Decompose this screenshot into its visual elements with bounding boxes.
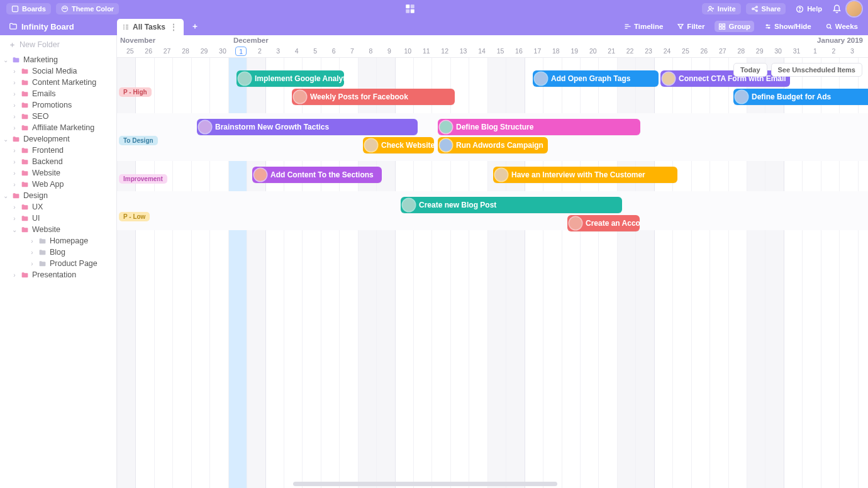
- task-check-website[interactable]: Check Website P...: [363, 137, 434, 153]
- task-define-budget[interactable]: Define Budget for Ads: [733, 89, 868, 105]
- avatar-icon: [294, 91, 306, 103]
- avatar-icon: [662, 72, 675, 85]
- tab-all-tasks[interactable]: All Tasks ⋮: [117, 19, 184, 35]
- filter-icon: [677, 23, 684, 30]
- tree-backend[interactable]: ›Backend: [9, 156, 116, 167]
- timeline-body: P - High To Design Improvement P - Low I…: [117, 58, 868, 488]
- task-implement-analytics[interactable]: Implement Google Analytics: [236, 70, 344, 87]
- group-icon: [718, 23, 726, 30]
- bell-icon[interactable]: [832, 4, 842, 14]
- task-add-content[interactable]: Add Content To the Sections: [252, 167, 382, 183]
- tree-ux[interactable]: ›UX: [9, 201, 116, 213]
- svg-point-13: [799, 10, 800, 11]
- subbar: Infinity Board All Tasks ⋮ Timeline Filt…: [0, 18, 868, 35]
- tree-webapp[interactable]: ›Web App: [9, 179, 116, 190]
- day-7: 7: [343, 47, 361, 55]
- avatar-icon: [440, 139, 452, 152]
- task-new-blog[interactable]: Create new Blog Post: [401, 197, 622, 213]
- day-10: 10: [399, 47, 417, 55]
- tree-emails[interactable]: ›Emails: [9, 88, 116, 99]
- day-29: 29: [195, 47, 213, 55]
- new-folder-label: New Folder: [19, 40, 60, 49]
- day-25: 25: [121, 47, 139, 55]
- unscheduled-button[interactable]: See Unscheduled Items: [771, 63, 863, 77]
- day-11: 11: [417, 47, 435, 55]
- tree-blog[interactable]: ›Blog: [26, 247, 116, 258]
- board-title[interactable]: Infinity Board: [0, 18, 117, 35]
- task-adwords[interactable]: Run Adwords Campaign: [438, 137, 548, 153]
- topbar: Boards Theme Color Invite Share Help: [0, 0, 868, 18]
- svg-rect-16: [720, 27, 722, 30]
- view-filter[interactable]: Filter: [673, 21, 708, 32]
- tab-label: All Tasks: [133, 23, 165, 31]
- tree-social[interactable]: ›Social Media: [9, 65, 116, 77]
- timeline[interactable]: November December January 2019 252627282…: [117, 35, 868, 488]
- tree-website[interactable]: ›Website: [9, 167, 116, 179]
- tree-design[interactable]: ⌄Design: [0, 190, 116, 201]
- tree-product[interactable]: ›Product Page: [26, 258, 116, 269]
- day-18: 18: [547, 47, 565, 55]
- day-25: 25: [676, 47, 694, 55]
- user-avatar[interactable]: [847, 1, 862, 16]
- invite-button[interactable]: Invite: [702, 3, 741, 14]
- svg-point-2: [64, 8, 64, 8]
- tree-promo[interactable]: ›Promotions: [9, 99, 116, 111]
- day-30: 30: [769, 47, 787, 55]
- task-interview[interactable]: Have an Interview with The Customer: [493, 167, 677, 183]
- tree-ui[interactable]: ›UI: [9, 213, 116, 224]
- tree-seo[interactable]: ›SEO: [9, 111, 116, 122]
- day-3: 3: [843, 47, 861, 55]
- svg-rect-17: [723, 27, 725, 30]
- help-button[interactable]: Help: [791, 3, 827, 15]
- tree-presentation[interactable]: ›Presentation: [9, 269, 116, 280]
- board-title-label: Infinity Board: [21, 22, 74, 31]
- new-folder-button[interactable]: New Folder: [0, 38, 116, 54]
- view-weeks[interactable]: Weeks: [821, 21, 862, 32]
- day-1: 1: [235, 47, 247, 56]
- task-open-graph[interactable]: Add Open Graph Tags: [533, 70, 659, 87]
- svg-point-20: [826, 25, 830, 28]
- avatar-icon: [495, 169, 508, 181]
- task-brainstorm[interactable]: Brainstorm New Growth Tactics: [197, 119, 418, 135]
- badge-p-low: P - Low: [119, 212, 150, 221]
- tree-content[interactable]: ›Content Marketing: [9, 77, 116, 88]
- share-button[interactable]: Share: [746, 3, 786, 14]
- view-timeline[interactable]: Timeline: [620, 21, 667, 32]
- tree-dev[interactable]: ⌄Development: [0, 133, 116, 145]
- add-tab-button[interactable]: [187, 19, 203, 34]
- view-group[interactable]: Group: [715, 21, 754, 32]
- day-23: 23: [639, 47, 657, 55]
- tree-homepage[interactable]: ›Homepage: [26, 235, 116, 247]
- day-4: 4: [287, 47, 306, 55]
- badge-improvement: Improvement: [119, 174, 167, 184]
- share-label: Share: [762, 5, 781, 13]
- tree-design-website[interactable]: ⌄Website: [9, 224, 116, 235]
- boards-icon: [11, 5, 19, 13]
- day-9: 9: [380, 47, 398, 55]
- today-button[interactable]: Today: [733, 63, 767, 77]
- svg-rect-15: [723, 24, 725, 26]
- invite-label: Invite: [718, 5, 736, 13]
- boards-button[interactable]: Boards: [6, 3, 51, 14]
- tab-menu-icon[interactable]: ⋮: [170, 23, 177, 31]
- svg-rect-4: [406, 4, 410, 8]
- tree-marketing[interactable]: ⌄Marketing: [0, 54, 116, 65]
- theme-button[interactable]: Theme Color: [56, 3, 119, 14]
- view-showhide[interactable]: Show/Hide: [760, 21, 815, 32]
- avatar-icon: [535, 72, 547, 85]
- day-27: 27: [158, 47, 176, 55]
- day-28: 28: [732, 47, 750, 55]
- tree-affiliate[interactable]: ›Affiliate Marketing: [9, 122, 116, 133]
- avatar-icon: [238, 72, 251, 85]
- svg-rect-5: [411, 4, 415, 8]
- day-28: 28: [176, 47, 194, 55]
- day-27: 27: [713, 47, 732, 55]
- day-19: 19: [565, 47, 584, 55]
- day-5: 5: [306, 47, 324, 55]
- horizontal-scrollbar[interactable]: [293, 482, 557, 486]
- avatar-icon: [569, 217, 582, 230]
- task-create-account[interactable]: Create an Acco...: [567, 215, 640, 231]
- task-blog-structure[interactable]: Define Blog Structure: [438, 119, 640, 135]
- task-weekly-fb[interactable]: Weekly Posts for Facebook: [292, 89, 455, 105]
- tree-frontend[interactable]: ›Frontend: [9, 145, 116, 156]
